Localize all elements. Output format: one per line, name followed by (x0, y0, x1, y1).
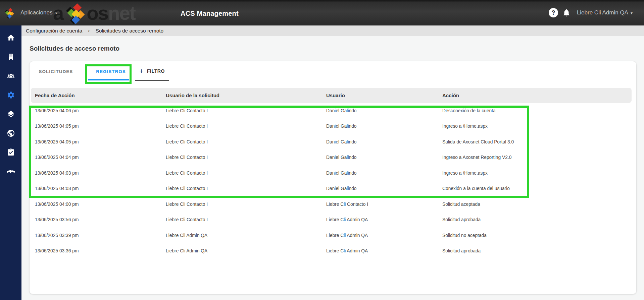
tab-registros[interactable]: REGISTROS (90, 61, 132, 81)
column-header-fecha: Fecha de Acción (31, 93, 162, 98)
cell-usuario: Daniel Galindo (322, 186, 438, 191)
cell-solicitante: Liebre Cli Contacto I (162, 155, 322, 160)
table-header-row: Fecha de Acción Usuario de la solicitud … (31, 88, 632, 103)
table-row[interactable]: 13/06/2025 04:03 pmLiebre Cli Contacto I… (31, 181, 632, 197)
cell-usuario: Liebre Cli Admin QA (322, 233, 438, 238)
cell-solicitante: Liebre Cli Contacto I (162, 108, 322, 113)
table-row[interactable]: 13/06/2025 03:36 pmLiebre Cli Admin QALi… (31, 243, 632, 259)
content-card: SOLICITUDES REGISTROS + FILTRO Fecha de … (30, 61, 636, 294)
cell-solicitante: Liebre Cli Contacto I (162, 202, 322, 207)
filter-label: FILTRO (147, 68, 165, 74)
column-header-solicitante: Usuario de la solicitud (162, 93, 322, 98)
building-icon (7, 53, 15, 61)
cell-fecha: 13/06/2025 04:00 pm (31, 202, 162, 207)
table-row[interactable]: 13/06/2025 03:39 pmLiebre Cli Admin QALi… (31, 228, 632, 243)
sidebar-item-home[interactable] (3, 30, 18, 45)
notifications-bell-icon[interactable] (562, 8, 571, 17)
cell-fecha: 13/06/2025 04:05 pm (31, 139, 162, 144)
cell-accion: Solicitud no aceptada (438, 233, 632, 238)
cell-accion: Conexión a la cuenta del usuario (438, 186, 632, 191)
sidebar-item-layers[interactable] (3, 107, 18, 121)
cell-solicitante: Liebre Cli Admin QA (162, 248, 322, 253)
main-content: Solicitudes de acceso remoto SOLICITUDES… (21, 36, 644, 300)
cell-fecha: 13/06/2025 03:36 pm (31, 248, 162, 253)
sidebar-item-partners[interactable] (3, 164, 18, 179)
cell-accion: Solicitud aceptada (438, 202, 632, 207)
cell-fecha: 13/06/2025 04:03 pm (31, 186, 162, 191)
cell-fecha: 13/06/2025 04:05 pm (31, 124, 162, 129)
cell-solicitante: Liebre Cli Contacto I (162, 171, 322, 176)
help-icon[interactable]: ? (549, 8, 558, 17)
breadcrumb-parent[interactable]: Configuración de cuenta (26, 28, 82, 34)
cell-accion: Ingreso a /Home.aspx (438, 171, 632, 176)
cell-accion: Solicitud aprobada (438, 217, 632, 222)
cell-solicitante: Liebre Cli Admin QA (162, 233, 322, 238)
table-row[interactable]: 13/06/2025 03:56 pmLiebre Cli Contacto I… (31, 212, 632, 228)
sidebar-item-company[interactable] (3, 49, 18, 64)
table-row[interactable]: 13/06/2025 04:06 pmLiebre Cli Contacto I… (31, 103, 632, 119)
filter-underline (135, 80, 169, 81)
cell-usuario: Daniel Galindo (322, 108, 438, 113)
active-tab-indicator (88, 79, 129, 80)
breadcrumb: Configuración de cuenta ‹ Solicitudes de… (21, 25, 644, 36)
sidebar-item-global[interactable] (3, 126, 18, 140)
topbar-right-group: ? Liebre Cli Admin QA ▾ (549, 0, 633, 25)
aplicaciones-label: Aplicaciones (20, 9, 52, 16)
table-row[interactable]: 13/06/2025 04:05 pmLiebre Cli Contacto I… (31, 119, 632, 134)
table-row[interactable]: 13/06/2025 04:05 pmLiebre Cli Contacto I… (31, 134, 632, 150)
column-header-accion: Acción (438, 93, 632, 98)
table-row[interactable]: 13/06/2025 04:03 pmLiebre Cli Contacto I… (31, 165, 632, 181)
cell-usuario: Daniel Galindo (322, 139, 438, 144)
handshake-icon (7, 167, 15, 176)
plus-icon: + (139, 67, 144, 75)
breadcrumb-separator-icon: ‹ (88, 27, 90, 34)
cell-accion: Salida de Axosnet Cloud Portal 3.0 (438, 139, 632, 144)
chevron-down-icon: ▾ (631, 11, 633, 15)
table-body: 13/06/2025 04:06 pmLiebre Cli Contacto I… (31, 103, 632, 259)
axosnet-diamond-x-icon (64, 2, 86, 24)
cell-fecha: 13/06/2025 03:39 pm (31, 233, 162, 238)
globe-icon (7, 129, 15, 137)
cell-usuario: Daniel Galindo (322, 155, 438, 160)
cell-usuario: Liebre Cli Admin QA (322, 217, 438, 222)
cell-usuario: Liebre Cli Admin QA (322, 248, 438, 253)
breadcrumb-current: Solicitudes de acceso remoto (96, 28, 163, 34)
watermark-letters-net: net (108, 2, 135, 24)
top-navigation-bar: Aplicaciones ▾ a os net ACS Management ? (0, 0, 644, 25)
cell-fecha: 13/06/2025 04:06 pm (31, 108, 162, 113)
cell-solicitante: Liebre Cli Contacto I (162, 217, 322, 222)
table-row[interactable]: 13/06/2025 04:04 pmLiebre Cli Contacto I… (31, 150, 632, 166)
page-title: Solicitudes de acceso remoto (30, 45, 119, 52)
table-row[interactable]: 13/06/2025 04:00 pmLiebre Cli Contacto I… (31, 196, 632, 212)
user-name: Liebre Cli Admin QA (577, 9, 628, 16)
cell-usuario: Liebre Cli Contacto I (322, 202, 438, 207)
cell-usuario: Daniel Galindo (322, 124, 438, 129)
cell-fecha: 13/06/2025 04:03 pm (31, 171, 162, 176)
watermark-letters-os: os (87, 2, 108, 24)
cell-solicitante: Liebre Cli Contacto I (162, 186, 322, 191)
gear-icon (7, 91, 15, 99)
people-icon (7, 72, 15, 80)
sidebar-item-tasks[interactable] (3, 145, 18, 160)
sidebar-navigation (0, 25, 21, 300)
clipboard-check-icon (7, 148, 15, 157)
column-header-usuario: Usuario (322, 93, 438, 98)
aplicaciones-menu-button[interactable]: Aplicaciones ▾ (20, 0, 57, 25)
user-menu-button[interactable]: Liebre Cli Admin QA ▾ (577, 9, 633, 16)
axosnet-logo-icon (3, 7, 15, 19)
add-filter-button[interactable]: + FILTRO (135, 61, 169, 81)
cell-usuario: Daniel Galindo (322, 171, 438, 176)
axosnet-watermark-logo: a os net (53, 0, 135, 25)
watermark-letter-a: a (53, 2, 63, 24)
layers-icon (7, 110, 15, 118)
sidebar-item-settings[interactable] (3, 87, 18, 102)
cell-solicitante: Liebre Cli Contacto I (162, 124, 322, 129)
sidebar-item-users[interactable] (3, 68, 18, 83)
cell-fecha: 13/06/2025 04:04 pm (31, 155, 162, 160)
cell-fecha: 13/06/2025 03:56 pm (31, 217, 162, 222)
cell-accion: Ingreso a Axosnet Reporting V2.0 (438, 155, 632, 160)
cell-accion: Solicitud aprobada (438, 248, 632, 253)
cell-accion: Ingreso a /Home.aspx (438, 124, 632, 129)
home-icon (7, 34, 15, 42)
tab-solicitudes[interactable]: SOLICITUDES (35, 61, 77, 81)
